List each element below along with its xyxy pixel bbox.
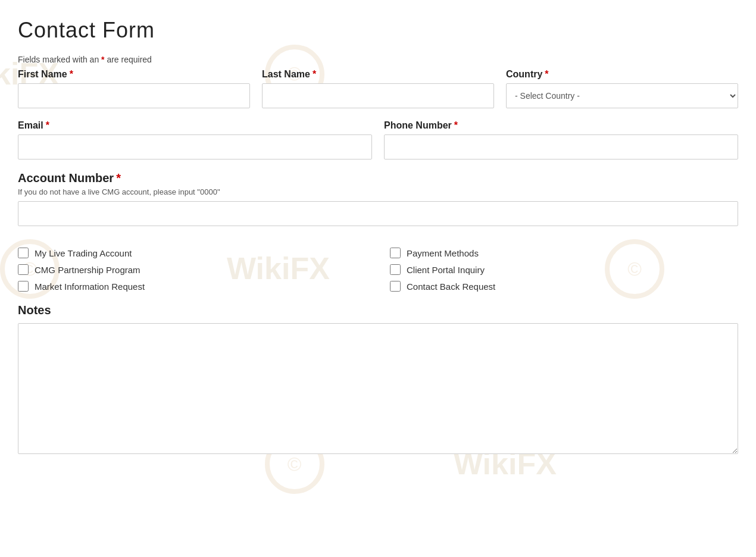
client-portal-checkbox[interactable]	[390, 264, 401, 275]
checkbox-column-left: My Live Trading Account CMG Partnership …	[18, 248, 366, 292]
checkbox-client-portal: Client Portal Inquiry	[390, 264, 738, 275]
phone-label: Phone Number*	[384, 120, 738, 131]
contact-back-label[interactable]: Contact Back Request	[407, 281, 495, 292]
cmg-partnership-checkbox[interactable]	[18, 264, 29, 275]
payment-methods-label[interactable]: Payment Methods	[407, 248, 479, 258]
checkbox-section: My Live Trading Account CMG Partnership …	[18, 248, 738, 292]
checkbox-cmg-partnership: CMG Partnership Program	[18, 264, 366, 275]
cmg-partnership-label[interactable]: CMG Partnership Program	[35, 265, 140, 275]
last-name-input[interactable]	[262, 83, 494, 108]
payment-methods-checkbox[interactable]	[390, 248, 401, 258]
required-note: Fields marked with an * are required	[18, 55, 738, 64]
first-name-input[interactable]	[18, 83, 250, 108]
notes-section: Notes	[18, 303, 738, 456]
country-group: Country* - Select Country - United State…	[506, 69, 738, 108]
contact-back-checkbox[interactable]	[390, 281, 401, 292]
email-label: Email*	[18, 120, 372, 131]
checkbox-contact-back: Contact Back Request	[390, 281, 738, 292]
first-name-label: First Name*	[18, 69, 250, 80]
last-name-label: Last Name*	[262, 69, 494, 80]
phone-input[interactable]	[384, 134, 738, 159]
notes-label: Notes	[18, 303, 738, 317]
email-phone-row: Email* Phone Number*	[18, 120, 738, 159]
account-number-section: Account Number* If you do not have a liv…	[18, 171, 738, 238]
account-hint: If you do not have a live CMG account, p…	[18, 187, 738, 196]
checkbox-column-right: Payment Methods Client Portal Inquiry Co…	[390, 248, 738, 292]
client-portal-label[interactable]: Client Portal Inquiry	[407, 265, 485, 275]
country-label: Country*	[506, 69, 738, 80]
name-country-row: First Name* Last Name* Country* - Select…	[18, 69, 738, 108]
page-title: Contact Form	[18, 18, 738, 43]
checkbox-live-trading: My Live Trading Account	[18, 248, 366, 258]
country-select[interactable]: - Select Country - United States United …	[506, 83, 738, 108]
market-info-checkbox[interactable]	[18, 281, 29, 292]
account-number-label: Account Number*	[18, 171, 738, 185]
phone-group: Phone Number*	[384, 120, 738, 159]
email-input[interactable]	[18, 134, 372, 159]
last-name-group: Last Name*	[262, 69, 494, 108]
first-name-group: First Name*	[18, 69, 250, 108]
checkbox-market-info: Market Information Request	[18, 281, 366, 292]
page-content: Contact Form Fields marked with an * are…	[18, 18, 738, 456]
email-group: Email*	[18, 120, 372, 159]
live-trading-checkbox[interactable]	[18, 248, 29, 258]
market-info-label[interactable]: Market Information Request	[35, 281, 145, 292]
live-trading-label[interactable]: My Live Trading Account	[35, 248, 132, 258]
required-star: *	[101, 55, 104, 64]
account-number-input[interactable]	[18, 201, 738, 226]
checkbox-payment-methods: Payment Methods	[390, 248, 738, 258]
notes-textarea[interactable]	[18, 323, 738, 454]
